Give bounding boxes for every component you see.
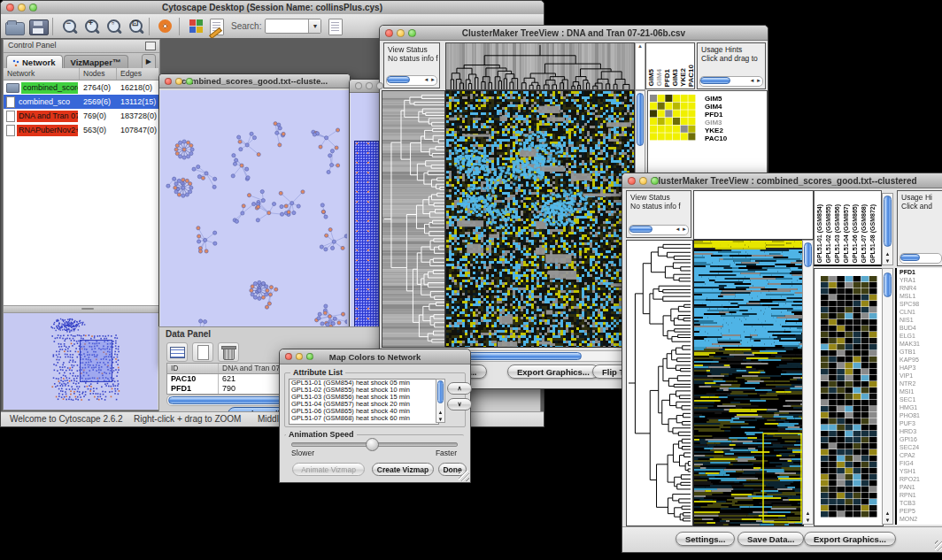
scrollbar-thumb[interactable] — [629, 226, 652, 233]
view-status-scrollbar[interactable]: ◄ ► — [386, 75, 437, 86]
window-controls[interactable] — [165, 78, 193, 85]
vizmapper-icon[interactable] — [188, 19, 205, 36]
export-graphics-button[interactable]: Export Graphics... — [804, 532, 896, 546]
column-labels-scrollbar[interactable]: ▲ ▼ — [882, 193, 893, 265]
gene-label[interactable]: MON2 — [900, 515, 942, 523]
move-up-button[interactable]: ∧ — [447, 382, 472, 395]
gene-label[interactable]: CLN1 — [900, 308, 942, 316]
search-input[interactable]: ▼ — [265, 19, 321, 34]
gene-label[interactable]: RPN1 — [900, 491, 942, 499]
scrollbar-thumb[interactable] — [437, 380, 444, 403]
secondary-vscrollbar[interactable]: ▲ ▼ — [882, 268, 893, 525]
gene-label[interactable]: MSI1 — [900, 387, 942, 395]
scrollbar-thumb[interactable] — [884, 272, 892, 297]
gene-label[interactable]: TCB3 — [900, 499, 942, 507]
gene-label[interactable]: SPC98 — [900, 300, 942, 308]
zoom-icon[interactable] — [408, 29, 416, 37]
window-controls[interactable] — [285, 353, 313, 360]
scrollbar-thumb[interactable] — [900, 254, 920, 261]
usage-hints-scrollbar[interactable]: ◄ ► — [699, 76, 763, 87]
gene-label[interactable]: PUF3 — [900, 419, 942, 427]
move-down-button[interactable]: ∨ — [447, 398, 472, 410]
gene-label[interactable]: PAN1 — [900, 483, 942, 491]
gene-label[interactable]: CPA2 — [900, 451, 942, 459]
view-status-scrollbar[interactable]: ◄ ► — [629, 225, 689, 235]
export-graphics-button[interactable]: Export Graphics... — [507, 364, 599, 379]
attribute-list[interactable]: GPL51-01 (GSM854) heat shock 05 minGPL51… — [289, 379, 439, 425]
network-view-titlebar[interactable]: combined_scores_good.txt--cluste... — [159, 74, 350, 88]
scroll-left-icon[interactable]: ◄ ► — [674, 226, 688, 234]
close-icon[interactable] — [628, 177, 636, 185]
scroll-left-icon[interactable]: ◄ ► — [748, 77, 762, 86]
scroll-down-icon[interactable]: ▼ — [803, 518, 813, 523]
save-data-button[interactable]: Save Data... — [737, 532, 804, 546]
scroll-up-icon[interactable]: ▲ — [436, 410, 444, 415]
gene-label[interactable]: ELG1 — [900, 332, 942, 340]
treeview2-titlebar[interactable]: ClusterMaker TreeView : combined_scores_… — [622, 173, 942, 188]
zoom-fit-icon[interactable]: ⊡ — [127, 19, 145, 35]
gene-label[interactable]: VIP1 — [900, 372, 942, 380]
window-controls[interactable] — [385, 29, 416, 37]
scrollbar-thumb[interactable] — [884, 196, 892, 247]
window-controls[interactable] — [6, 4, 37, 12]
settings-button[interactable]: Settings... — [676, 532, 735, 546]
speed-slider-thumb[interactable] — [366, 438, 379, 451]
scroll-up-icon[interactable]: ▲ — [883, 510, 892, 516]
dendrogram-scroll-strip[interactable]: ▲ — [635, 42, 645, 90]
delete-attribute-icon[interactable] — [218, 342, 239, 362]
attribute-list-scrollbar[interactable]: ▲ ▼ — [436, 379, 445, 423]
search-dropdown-icon[interactable]: ▼ — [308, 19, 320, 33]
gene-label[interactable]: YKE2 — [705, 127, 727, 134]
minimize-icon[interactable] — [18, 4, 26, 12]
birdseye-view[interactable] — [4, 313, 159, 410]
gene-label[interactable]: HAP3 — [900, 364, 942, 372]
mini-heatmap-canvas[interactable] — [650, 95, 696, 141]
heatmap-vscrollbar[interactable]: ▲ ▼ — [802, 240, 814, 525]
zoom-out-icon[interactable]: − — [61, 19, 79, 35]
secondary-heatmap-canvas[interactable] — [821, 276, 877, 518]
window-controls[interactable] — [355, 82, 383, 89]
minimize-icon[interactable] — [296, 353, 303, 360]
zoom-icon[interactable] — [376, 82, 383, 89]
resize-grip[interactable] — [459, 471, 469, 481]
network-canvas-area[interactable] — [160, 90, 349, 364]
open-file-icon[interactable] — [5, 22, 25, 35]
gene-label[interactable]: YRA1 — [900, 276, 942, 284]
scroll-up-icon[interactable]: ▲ — [883, 251, 892, 257]
gene-label[interactable]: PFD1 — [900, 268, 942, 276]
gene-label[interactable]: GPI16 — [900, 435, 942, 443]
window-controls[interactable] — [628, 177, 659, 185]
close-icon[interactable] — [355, 82, 362, 89]
import-icon[interactable] — [328, 19, 343, 35]
animate-vizmap-button[interactable]: Animate Vizmap — [292, 463, 365, 476]
gene-label[interactable]: PHO81 — [900, 411, 942, 419]
gene-label[interactable]: FIG4 — [900, 459, 942, 467]
create-vizmap-button[interactable]: Create Vizmap — [372, 463, 434, 476]
gene-label[interactable]: GTB1 — [900, 348, 942, 356]
save-icon[interactable] — [29, 19, 49, 35]
row-dendrogram-canvas[interactable] — [626, 240, 693, 526]
annotation-icon[interactable] — [210, 19, 224, 35]
zoom-in-icon[interactable]: + — [83, 19, 101, 35]
gene-label[interactable]: YSH1 — [900, 467, 942, 475]
heatmap-canvas[interactable] — [693, 240, 804, 526]
zoom-icon[interactable] — [29, 4, 37, 12]
zoom-icon[interactable] — [306, 353, 313, 360]
zoom-icon[interactable] — [186, 78, 193, 85]
tab-network[interactable]: Network — [6, 55, 63, 69]
network-table-row[interactable]: combined_sco2569(6)13112(15) — [4, 95, 159, 109]
close-icon[interactable] — [165, 78, 172, 85]
main-titlebar[interactable]: Cytoscape Desktop (Session Name: collins… — [1, 1, 544, 15]
gene-label[interactable]: GIM5 — [705, 95, 727, 103]
network-table-row[interactable]: DNA and Tran 07769(0)183728(0) — [4, 109, 159, 123]
scrollbar-thumb[interactable] — [804, 242, 812, 267]
resize-grip[interactable] — [935, 541, 942, 551]
gene-label[interactable]: PFD1 — [705, 111, 727, 119]
gene-label[interactable]: GIM3 — [705, 119, 727, 127]
attribute-list-item[interactable]: GPL51-07 (GSM868) heat shock 60 min — [290, 415, 438, 422]
gene-label[interactable]: KAP95 — [900, 356, 942, 364]
network-table-row[interactable]: combined_scores2764(0)16218(0) — [4, 81, 159, 95]
scroll-up-icon[interactable]: ▲ — [803, 510, 813, 516]
gene-label[interactable]: NIS1 — [900, 316, 942, 324]
heatmap-canvas[interactable] — [445, 90, 635, 348]
